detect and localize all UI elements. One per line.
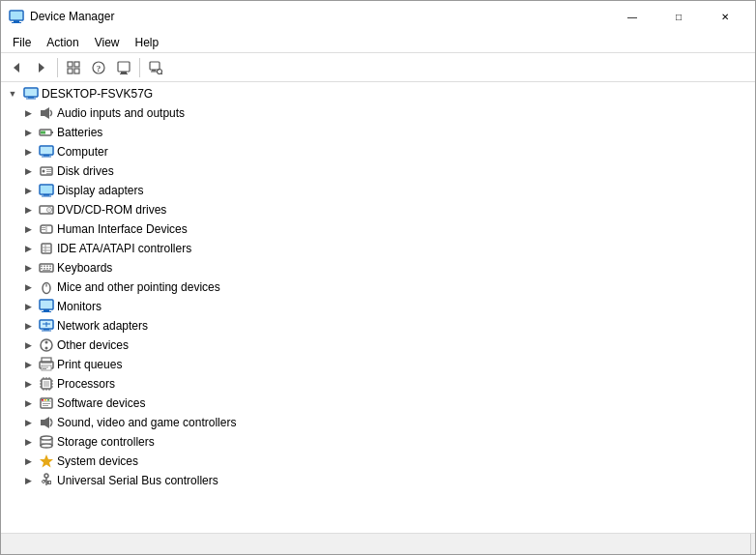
list-item[interactable]: ▶ Keyboards [1,258,755,278]
maximize-button[interactable]: □ [656,7,701,26]
svg-rect-60 [43,270,50,272]
content-area[interactable]: ▼ DESKTOP-FSVK57G ▶ [1,82,755,533]
back-button[interactable] [5,56,28,79]
expander[interactable]: ▶ [20,260,36,276]
expander[interactable]: ▶ [20,144,36,160]
svg-rect-39 [41,186,52,193]
menu-help[interactable]: Help [128,34,167,50]
svg-point-107 [41,436,52,440]
svg-marker-25 [44,107,49,119]
list-item[interactable]: ▶ Audio inputs and outputs [1,103,755,123]
svg-rect-30 [41,147,52,154]
svg-rect-67 [41,301,52,308]
svg-rect-16 [152,70,156,72]
forward-button[interactable] [30,56,53,79]
expander[interactable]: ▶ [20,125,36,140]
scan-button[interactable] [144,56,167,79]
list-item[interactable]: ▶ Print queues [1,355,755,374]
uninstall-button[interactable] [112,56,135,79]
svg-rect-55 [44,266,45,268]
list-item[interactable]: ▶ Universal Serial Bus controllers [1,471,755,490]
list-item[interactable]: ▶ IDE ATA/ATAPI controllers [1,239,755,258]
svg-rect-24 [41,110,44,116]
item-label: IDE ATA/ATAPI controllers [57,242,191,255]
toolbar-separator-1 [57,58,58,77]
expander[interactable]: ▶ [20,163,36,179]
expander[interactable]: ▶ [20,221,36,237]
list-item[interactable]: ▶ Sound, video and game controllers [1,413,755,432]
list-item[interactable]: ▶ Other devices [1,336,755,355]
svg-rect-41 [42,196,51,197]
menu-view[interactable]: View [87,34,128,50]
menu-file[interactable]: File [5,34,39,50]
expander[interactable]: ▶ [20,202,36,218]
expander[interactable]: ▶ [20,395,36,411]
svg-rect-103 [43,403,50,404]
expander[interactable]: ▶ [20,434,36,450]
list-item[interactable]: ▶ Batteries [1,123,755,142]
usb-icon [39,473,54,488]
list-item[interactable]: ▶ Display adapters [1,181,755,200]
window-icon [9,9,24,24]
device-manager-window: Device Manager — □ ✕ File Action View He… [0,0,756,555]
svg-rect-72 [44,329,49,331]
svg-rect-58 [41,268,43,270]
list-item[interactable]: ▶ Software devices [1,394,755,413]
svg-rect-31 [44,155,49,157]
tree-root[interactable]: ▼ DESKTOP-FSVK57G [1,84,755,103]
system-icon [39,453,54,469]
svg-rect-49 [42,244,51,253]
expander[interactable]: ▶ [20,183,36,198]
list-item[interactable]: ▶ Storage controllers [1,432,755,452]
svg-rect-22 [28,97,34,99]
list-item[interactable]: ▶ Human Interface Devices [1,219,755,239]
mouse-icon [39,279,54,295]
help-button[interactable]: ? [87,56,110,79]
svg-rect-32 [42,157,51,158]
ide-icon [39,241,54,256]
root-expander[interactable]: ▼ [5,86,20,102]
svg-rect-23 [26,99,36,100]
expander[interactable]: ▶ [20,357,36,372]
desktop-icon [23,86,39,102]
expander[interactable]: ▶ [20,473,36,488]
svg-rect-54 [41,266,43,268]
title-bar-controls: — □ ✕ [610,7,747,26]
svg-rect-35 [46,169,51,170]
item-label: Storage controllers [57,435,155,449]
expander[interactable]: ▶ [20,105,36,121]
list-item[interactable]: ▶ DVD/CD-ROM drives [1,200,755,219]
svg-point-34 [43,170,45,173]
tree-view: ▼ DESKTOP-FSVK57G ▶ [1,84,755,490]
menu-action[interactable]: Action [39,34,86,50]
display-icon [39,183,54,198]
item-label: Software devices [57,396,145,410]
list-item[interactable]: ▶ Computer [1,142,755,161]
list-item[interactable]: ▶ Network adapters [1,316,755,336]
expander[interactable]: ▶ [20,241,36,256]
svg-rect-36 [46,171,51,172]
item-label: Print queues [57,358,122,371]
root-label: DESKTOP-FSVK57G [42,87,153,101]
expander[interactable]: ▶ [20,318,36,334]
expander[interactable]: ▶ [20,376,36,392]
item-label: Other devices [57,338,129,352]
list-item[interactable]: ▶ [1,374,755,394]
list-item[interactable]: ▶ Monitors [1,297,755,316]
close-button[interactable]: ✕ [703,7,747,26]
expander[interactable]: ▶ [20,453,36,469]
item-label: Processors [57,377,115,391]
expander[interactable]: ▶ [20,279,36,295]
list-item[interactable]: ▶ System devices [1,452,755,471]
expander[interactable]: ▶ [20,415,36,430]
list-item[interactable]: ▶ Disk drives [1,161,755,181]
expander[interactable]: ▶ [20,337,36,353]
svg-rect-47 [42,227,45,228]
svg-marker-5 [39,63,44,73]
list-item[interactable]: ▶ Mice and other pointing devices [1,278,755,297]
svg-rect-40 [44,194,49,196]
expander[interactable]: ▶ [20,299,36,314]
help-icon: ? [92,61,105,74]
properties-button[interactable] [62,56,85,79]
minimize-button[interactable]: — [610,7,654,26]
